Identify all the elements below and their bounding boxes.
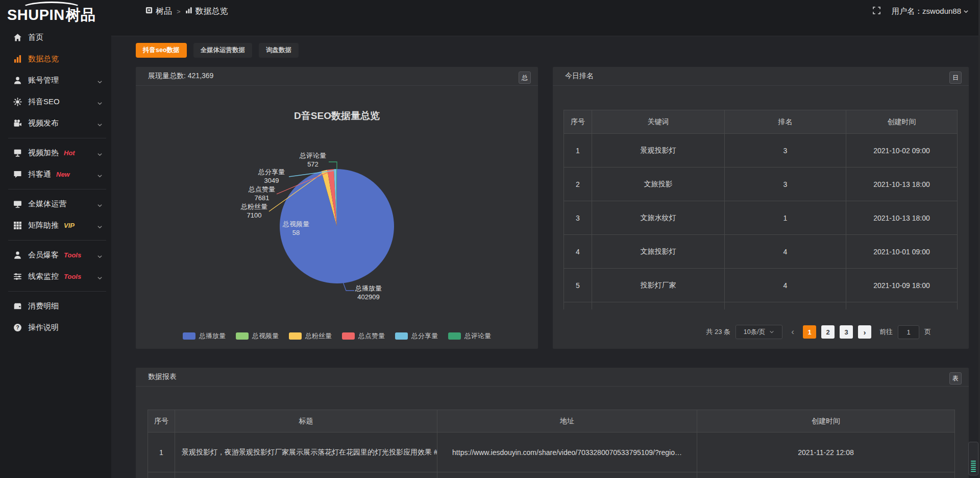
rank-scope-button[interactable]: 日 [949,71,962,84]
sidebar-item-label: 全媒体运营 [28,199,66,209]
sidebar-item-label: 首页 [28,33,43,42]
pie-label-总播放量: 总播放量402909 [344,284,393,301]
report-card-title: 数据报表 [148,372,177,381]
chevron-down-icon [97,274,103,282]
sidebar-item-线索监控[interactable]: 线索监控Tools [0,266,111,287]
chart-title: D音SEO数据量总览 [136,109,538,123]
legend-item-总粉丝量[interactable]: 总粉丝量 [289,331,332,341]
page-size-select[interactable]: 10条/页 [736,325,782,339]
page-button-1[interactable]: 1 [803,325,816,339]
sidebar-divider [8,240,106,241]
rank-cell: 2 [564,168,592,201]
rank-column-header: 排名 [725,110,846,134]
sidebar-item-抖客通[interactable]: 抖客通New [0,163,111,185]
chevron-down-icon [963,9,969,14]
report-column-header: 地址 [437,410,697,433]
data-tabs: 抖音seo数据全媒体运营数据询盘数据 [136,43,299,58]
rank-cell: 2021-10-02 09:00 [846,134,958,168]
pie-label-总分享量: 总分享量3049 [247,168,296,185]
report-cell-url-link[interactable]: https://www.iesdouyin.com/share/video/70… [437,433,697,472]
sidebar-item-账号管理[interactable]: 账号管理 [0,69,111,91]
tab-询盘数据[interactable]: 询盘数据 [259,43,299,58]
overview-card-header: 展现量总数: 421,369 总 [136,67,538,86]
sidebar-item-视频发布[interactable]: 视频发布 [0,112,111,134]
sidebar-item-矩阵助推[interactable]: 矩阵助推VIP [0,214,111,236]
legend-item-总视频量[interactable]: 总视频量 [236,331,279,341]
legend-item-总播放量[interactable]: 总播放量 [183,331,226,341]
pie-label-name: 总点赞量 [237,185,286,194]
chevron-down-icon [97,252,103,261]
legend-item-总评论量[interactable]: 总评论量 [448,331,491,341]
sidebar-item-消费明细[interactable]: 消费明细 [0,295,111,317]
sidebar-badge: VIP [64,222,75,229]
sidebar-item-label: 视频发布 [28,118,59,128]
receipt-icon [13,302,22,310]
sidebar-item-数据总览[interactable]: 数据总览 [0,48,111,69]
breadcrumb-home[interactable]: 树品 [145,6,172,17]
sidebar-item-操作说明[interactable]: ?操作说明 [0,317,111,338]
sidebar-item-label: 矩阵助推 [28,221,59,230]
screen-icon [13,149,22,157]
chat-icon [13,170,22,179]
grid-icon [13,221,22,230]
page-button-3[interactable]: 3 [840,325,853,339]
report-column-header: 序号 [148,410,175,433]
goto-page-input[interactable] [898,325,919,339]
legend-label: 总粉丝量 [305,331,332,341]
pie-label-name: 总评论量 [288,151,337,160]
next-page-button[interactable]: › [858,325,871,339]
table-row-clipped [148,472,955,478]
sidebar-badge: Tools [64,273,81,280]
rank-cell: 4 [725,235,846,269]
sidebar-item-label: 操作说明 [28,323,59,332]
username-label: 用户名：zswodun88 [892,7,961,16]
logo-text: SHUPIN树品 [7,5,96,26]
pie-label-value: 572 [288,160,337,169]
sidebar-item-label: 会员爆客 [28,250,59,260]
fullscreen-icon[interactable] [873,7,880,16]
page-size-value: 10条/页 [744,328,765,337]
chevron-down-icon [97,121,103,129]
sidebar-item-会员爆客[interactable]: 会员爆客Tools [0,244,111,266]
svg-text:?: ? [16,325,19,330]
breadcrumb: 树品 > 数据总览 [145,0,228,22]
sidebar-item-全媒体运营[interactable]: 全媒体运营 [0,193,111,214]
chevron-down-icon [97,78,103,86]
page-button-2[interactable]: 2 [821,325,835,339]
sidebar-item-label: 视频加热 [28,148,59,158]
breadcrumb-current[interactable]: 数据总览 [185,6,228,17]
user-menu[interactable]: 用户名：zswodun88 [892,7,969,16]
overview-scope-button[interactable]: 总 [519,71,531,84]
legend-swatch [183,332,195,340]
sidebar-item-抖音SEO[interactable]: 抖音SEO [0,91,111,112]
rank-column-header: 序号 [564,110,592,134]
pie-label-name: 总视频量 [272,220,321,228]
app-window-icon [145,7,153,16]
chevron-down-icon [97,99,103,108]
rank-cell: 4 [725,269,846,302]
chevron-down-icon [97,150,103,159]
app-root: SHUPIN树品 树品 > 数据总览 用户名：zswodun88 首页数据总览账… [0,0,980,478]
sidebar-item-label: 抖客通 [28,170,51,179]
legend-label: 总点赞量 [358,331,385,341]
rank-card-title: 今日排名 [565,71,594,81]
report-cell-title: 景观投影灯，夜游景观投影灯厂家展示展示落花灯在花园里的灯光投影应用效果 # [175,433,437,472]
sidebar-item-首页[interactable]: 首页 [0,27,111,48]
sidebar-item-视频加热[interactable]: 视频加热Hot [0,142,111,163]
legend-item-总分享量[interactable]: 总分享量 [395,331,438,341]
table-row: 4文旅投影灯42021-10-01 09:00 [564,235,958,269]
floating-widget[interactable] [968,442,978,475]
report-column-header: 创建时间 [697,410,955,433]
legend-item-总点赞量[interactable]: 总点赞量 [342,331,385,341]
table-row: 2文旅投影32021-10-13 18:00 [564,168,958,201]
tab-抖音seo数据[interactable]: 抖音seo数据 [136,43,187,58]
sidebar-item-label: 消费明细 [28,301,59,311]
breadcrumb-label: 树品 [156,6,172,17]
prev-page-button[interactable]: ‹ [788,327,798,337]
legend-swatch [289,332,302,340]
report-scope-button[interactable]: 表 [949,372,962,385]
tab-全媒体运营数据[interactable]: 全媒体运营数据 [193,43,253,58]
table-row: 3文旅水纹灯12021-10-13 18:00 [564,201,958,235]
rank-cell: 1 [564,134,592,168]
bar-chart-icon [13,55,22,63]
